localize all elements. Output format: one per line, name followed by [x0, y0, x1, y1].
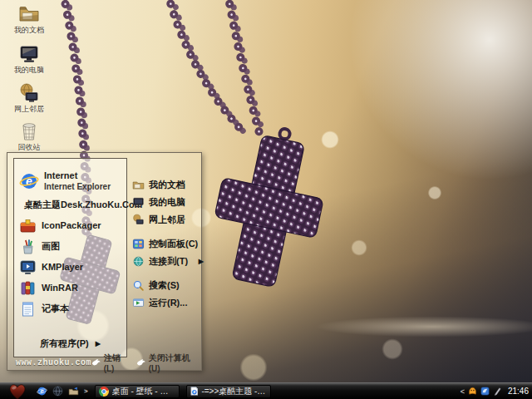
menu-separator: [132, 270, 199, 277]
control-panel-icon: [132, 238, 145, 250]
desktop-icon-label: 我的文档: [14, 26, 44, 34]
desktop-icon-recycle-bin[interactable]: 回收站: [3, 121, 55, 151]
blue-messenger-icon[interactable]: [480, 387, 490, 396]
menu-item-label: 控制面板(C): [149, 238, 198, 250]
menu-item-label: 网上邻居: [149, 214, 185, 226]
desktop-icon-my-computer[interactable]: 我的电脑: [3, 43, 55, 74]
svg-text:e: e: [193, 390, 195, 394]
desktop-icon-label: 我的电脑: [14, 66, 44, 74]
log-off-label: 注销(L): [104, 352, 128, 373]
recycle-bin-icon: [18, 121, 40, 142]
start-menu-programs-panel: e Internet Internet Explorer 桌酷主题Desk.Zh…: [13, 158, 127, 357]
quick-launch-bar: e >: [37, 386, 88, 397]
menu-item-my-computer[interactable]: 我的电脑: [132, 194, 199, 211]
menu-item-label: WinRAR: [42, 283, 78, 293]
menu-item-kmplayer[interactable]: KMPlayer: [17, 257, 123, 278]
menu-item-network-places[interactable]: 网上邻居: [132, 211, 199, 229]
menu-item-label: 搜索(S): [149, 279, 180, 292]
dove-icon: [136, 358, 146, 367]
start-menu: e Internet Internet Explorer 桌酷主题Desk.Zh…: [7, 152, 202, 371]
all-programs-label: 所有程序(P): [40, 337, 89, 350]
internet-explorer-icon[interactable]: e: [37, 386, 47, 397]
chrome-icon: [99, 387, 109, 397]
taskbar-button-wallpaper-page[interactable]: 桌面 - 壁纸 - 桌酷...: [95, 385, 180, 398]
search-icon: [132, 279, 145, 292]
svg-text:e: e: [26, 175, 32, 188]
my-documents-icon: [18, 3, 40, 25]
taskbar-button-label: -=>>桌酷主题 - Mi...: [201, 386, 266, 397]
menu-item-label: 连接到(T): [149, 255, 188, 268]
my-computer-icon: [18, 43, 40, 65]
menu-item-label: 我的文档: [149, 179, 185, 191]
network-places-icon: [18, 82, 40, 104]
menu-item-notepad[interactable]: 记事本: [17, 298, 123, 319]
start-menu-places-panel: 我的文档 我的电脑 网上邻居: [132, 176, 199, 312]
menu-item-connect-to[interactable]: 连接到(T) ▶: [132, 253, 199, 270]
menu-item-zhuoku-theme[interactable]: 桌酷主题Desk.ZhuoKu.Com: [17, 195, 123, 215]
menu-item-internet[interactable]: e Internet Internet Explorer: [17, 167, 123, 195]
menu-item-label: 记事本: [42, 304, 69, 313]
my-documents-icon: [132, 179, 145, 191]
start-menu-footer: www.zhuoku.com 注销(L) 关闭计算机(U): [7, 356, 201, 370]
menu-item-search[interactable]: 搜索(S): [132, 277, 199, 294]
heart-icon: [7, 383, 27, 399]
desktop-icon-my-documents[interactable]: 我的文档: [3, 3, 55, 34]
menu-item-winrar[interactable]: WinRAR: [17, 278, 123, 298]
internet-explorer-icon: e: [19, 171, 39, 191]
all-programs-arrow-icon: ▶: [96, 340, 101, 347]
winrar-icon: [19, 279, 37, 297]
dove-icon: [91, 358, 101, 367]
kmplayer-icon: [19, 259, 37, 276]
submenu-arrow-icon: ▶: [199, 258, 204, 265]
menu-item-paint[interactable]: 画图: [17, 236, 123, 257]
menu-item-label: 运行(R)...: [149, 297, 187, 309]
zhuoku-website-link[interactable]: www.zhuoku.com: [16, 358, 91, 367]
system-tray: < 21:46: [461, 387, 532, 396]
notepad-icon: [19, 300, 37, 318]
orange-messenger-icon[interactable]: [468, 387, 477, 396]
taskbar-button-theme-page[interactable]: e -=>>桌酷主题 - Mi...: [186, 385, 271, 398]
menu-item-control-panel[interactable]: 控制面板(C): [132, 235, 199, 253]
menu-item-iconpackager[interactable]: IconPackager: [17, 215, 123, 236]
all-programs-button[interactable]: 所有程序(P) ▶: [17, 333, 123, 353]
turn-off-label: 关闭计算机(U): [149, 352, 196, 373]
start-button[interactable]: [0, 383, 35, 399]
menu-item-label: 桌酷主题Desk.ZhuoKu.Com: [24, 200, 142, 209]
menu-item-label: IconPackager: [42, 221, 101, 230]
taskbar: e > 桌面 - 壁纸 - 桌酷... e -=>>: [0, 382, 532, 399]
run-icon: [132, 297, 145, 309]
paint-icon: [19, 238, 37, 255]
menu-item-sublabel: Internet Explorer: [44, 182, 111, 191]
desktop-icon-network-places[interactable]: 网上邻居: [3, 82, 55, 113]
menu-separator: [132, 229, 199, 235]
desktop-icon-label: 网上邻居: [14, 105, 44, 113]
my-computer-icon: [132, 196, 145, 209]
menu-item-run[interactable]: 运行(R)...: [132, 294, 199, 312]
media-folder-icon[interactable]: [68, 386, 79, 397]
taskbar-clock: 21:46: [508, 387, 529, 396]
pen-input-icon[interactable]: [493, 387, 502, 396]
tray-collapse-chevron-icon[interactable]: <: [461, 387, 465, 396]
menu-item-label: KMPlayer: [42, 263, 83, 272]
network-places-icon: [132, 214, 145, 226]
menu-item-my-documents[interactable]: 我的文档: [132, 176, 199, 194]
turn-off-button[interactable]: 关闭计算机(U): [136, 352, 196, 373]
menu-item-label: 我的电脑: [149, 196, 185, 209]
dark-globe-icon[interactable]: [52, 386, 63, 397]
connect-to-icon: [132, 255, 145, 268]
iconpackager-icon: [19, 217, 37, 234]
desktop: 我的文档 我的电脑 网上邻居 回收站: [0, 0, 532, 399]
ie-document-icon: e: [190, 386, 199, 397]
menu-item-label: 画图: [42, 242, 60, 251]
menu-item-label: Internet: [44, 170, 77, 180]
desktop-icon-label: 回收站: [18, 143, 41, 151]
log-off-button[interactable]: 注销(L): [91, 352, 128, 373]
quick-launch-overflow-arrow[interactable]: >: [84, 387, 88, 395]
taskbar-button-label: 桌面 - 壁纸 - 桌酷...: [112, 386, 175, 397]
